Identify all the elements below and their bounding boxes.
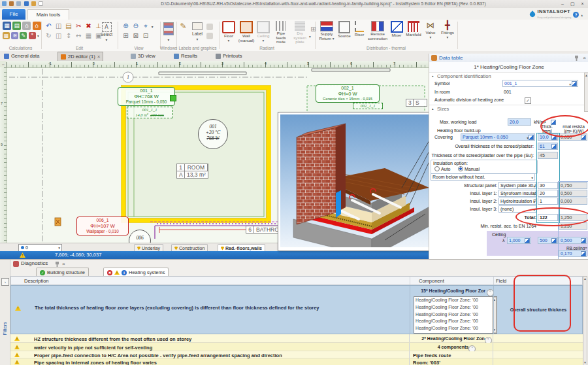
diagnostic-row[interactable]: ! water velocity in pipe not sufficient … [10, 343, 583, 351]
tab-printouts[interactable]: Printouts [213, 52, 245, 60]
remote-connection-button[interactable]: Remote connection [367, 21, 388, 41]
app-icon[interactable] [2, 1, 7, 6]
results-table-icon[interactable]: ▤ [12, 22, 21, 30]
cut-icon[interactable]: ✂ [74, 22, 83, 30]
diagnostics-scrollbar[interactable]: ▲▼ [583, 276, 587, 365]
radiant-floor-button[interactable]: Floor [221, 21, 237, 43]
section-sizes[interactable]: Sizes [437, 106, 449, 112]
room-tag-1[interactable]: 1ROOM A13,3 m² [176, 164, 208, 179]
room-below-select[interactable]: Room below without heat. [431, 173, 535, 181]
supply-return-button[interactable]: Supply Return [318, 21, 336, 41]
rotate-icon[interactable]: ↻ [44, 31, 53, 40]
insulation-manual-radio[interactable]: Manual [458, 165, 480, 173]
tab-building-structure[interactable]: ✓ Building structure [36, 268, 89, 277]
close-panel-icon[interactable] [583, 55, 586, 61]
insul3-select[interactable]: (none) [498, 205, 536, 213]
windows-button[interactable] [163, 22, 174, 43]
draw-line-icon[interactable]: ✎ [179, 22, 188, 31]
diagnostic-row-selected[interactable]: ! The total thickness of heating floor z… [10, 285, 583, 334]
tab-heating-systems[interactable]: ✖ ! i Heating systems [103, 268, 169, 277]
zone-sublabel-002-1-1[interactable]: 002_1_1 [353, 103, 383, 109]
zoom-window-icon[interactable]: ⊠ [131, 31, 140, 40]
col-description[interactable]: Description [24, 278, 49, 284]
overall-thickness-input[interactable]: 61 [538, 143, 558, 150]
group-icon[interactable]: ▦ [84, 31, 93, 40]
tab-main-tools[interactable]: Main tools [27, 9, 69, 20]
zone-label-002-1[interactable]: 002_1 ΦH=0 W Ceramic tiles < 15mm - 0,01… [316, 84, 380, 103]
autodiv-checkbox[interactable]: ✓ [525, 97, 531, 104]
building-calc-icon[interactable]: ⌂ [22, 22, 31, 30]
source-button[interactable]: Source [337, 21, 351, 39]
tab-2d-editor[interactable]: 2D editor (1) [57, 52, 103, 61]
zone-label-001-1[interactable]: 001_1 ΦH=768 W Parquet 10mm - 0,050 [118, 87, 175, 106]
panel-scrollbar[interactable]: ▲ [584, 73, 588, 112]
collapse-ribbon-icon[interactable] [581, 12, 583, 18]
tab-file[interactable]: File [2, 9, 25, 20]
open-icon[interactable] [31, 1, 36, 6]
zoom-all-icon[interactable]: ⌖ [141, 22, 150, 30]
zoom-out-icon[interactable]: ⊖ [131, 22, 140, 30]
redo-icon[interactable] [16, 1, 21, 6]
r-ceiling-input[interactable]: 0,170 [559, 250, 587, 257]
section-component-identification[interactable]: Component identification [437, 73, 491, 79]
table-icon[interactable] [206, 33, 213, 39]
fittings-button[interactable]: ╋ Fittings [439, 21, 456, 39]
diagnostic-row[interactable]: ! HZ structure thickness different from … [10, 334, 583, 343]
radiant-extra-icon[interactable]: ⊞ [309, 25, 318, 39]
list-item[interactable]: Heating/Cooling Floor Zone: '00 [414, 297, 497, 304]
undo-icon[interactable]: ↶ [44, 22, 53, 30]
structural-panel-select[interactable]: System plate 30 mm [498, 182, 536, 189]
help-icon[interactable]: ? [573, 12, 579, 18]
pipe-feeds-route-button[interactable]: Pipe feeds route [272, 21, 290, 44]
view-more-icon[interactable] [152, 24, 154, 29]
calculations-more-icon[interactable] [37, 33, 39, 39]
close-button[interactable]: × [578, 0, 587, 7]
covering-thick-cell[interactable]: 10,0 [538, 133, 558, 141]
lambda-input[interactable]: 1,000 [507, 237, 531, 244]
valve-button[interactable]: ⋈ Valve [423, 21, 438, 39]
align-v-icon[interactable]: ↕ [64, 31, 73, 40]
insulation-auto-radio[interactable]: Auto [434, 165, 450, 173]
insul2-thick-cell[interactable]: 1 [538, 198, 558, 205]
list-item[interactable]: Heating/Cooling Floor Zone: '00 [414, 304, 497, 311]
dry-system-plate-button[interactable]: Dry system plate [291, 21, 308, 44]
tab-general-data[interactable]: General data [1, 52, 42, 60]
col-field[interactable]: Field [496, 278, 506, 284]
riser-button[interactable]: Riser [353, 21, 366, 37]
pin-diagnostics-icon[interactable] [56, 262, 59, 267]
expand-filters-button[interactable]: › [1, 278, 9, 286]
zoom-previous-icon[interactable]: ⊡ [141, 31, 150, 40]
zone-handle[interactable] [170, 95, 176, 101]
symbol-field[interactable]: 001_1 [502, 80, 578, 87]
edit-calc-icon[interactable]: ✎ [20, 32, 27, 39]
pin-panel-icon[interactable] [575, 56, 578, 61]
mirror-icon[interactable]: ◫ [54, 31, 63, 40]
ceiling-thick-input[interactable]: 500 [538, 237, 558, 244]
radiant-wall-button[interactable]: Wall (manual) [238, 21, 255, 43]
insul1-select[interactable]: Styrofoam insulation board (I [498, 190, 536, 197]
align-h-icon[interactable]: ↔ [74, 31, 83, 40]
ceiling-resist-input[interactable]: 0,500 [559, 237, 587, 244]
close-tab-icon[interactable] [97, 54, 101, 60]
zone-label-006-1[interactable]: 006_1 ΦH=107 W Wallpaper - 0,010 [76, 217, 129, 235]
save-icon[interactable] [24, 1, 29, 6]
list-item[interactable]: Heating/Cooling Floor Zone: '00 [414, 318, 497, 325]
zoom-in-icon[interactable]: ⊕ [122, 22, 130, 30]
mixer-button[interactable]: Mixer [389, 21, 404, 38]
image-icon[interactable] [206, 24, 213, 30]
data-check-icon[interactable]: ≋ [11, 32, 18, 39]
zone-sublabel-001-1-1[interactable]: 001_1_1 14,0 m² 200 mm [127, 107, 172, 118]
select-button[interactable]: A Select [97, 22, 116, 43]
new-file-icon[interactable] [39, 1, 43, 6]
settings-icon[interactable]: * [29, 32, 36, 39]
buildup-3d-preview[interactable] [278, 112, 434, 251]
insul1-thick-cell[interactable]: 20 [538, 190, 558, 197]
covering-select[interactable]: Parquet 10mm - 0,050 [461, 133, 535, 141]
radiant-ceiling-button[interactable]: Ceiling [256, 21, 270, 43]
diagnostic-row[interactable]: ! Pipe spacing in internal zones of heat… [10, 358, 583, 365]
delete-icon[interactable]: ✖ [84, 22, 93, 30]
minimize-button[interactable]: – [559, 0, 567, 7]
list-item[interactable]: Heating/Cooling Floor Zone: '00 [414, 311, 497, 319]
label-button[interactable]: Label [189, 22, 205, 42]
tab-results[interactable]: Results [171, 52, 200, 60]
